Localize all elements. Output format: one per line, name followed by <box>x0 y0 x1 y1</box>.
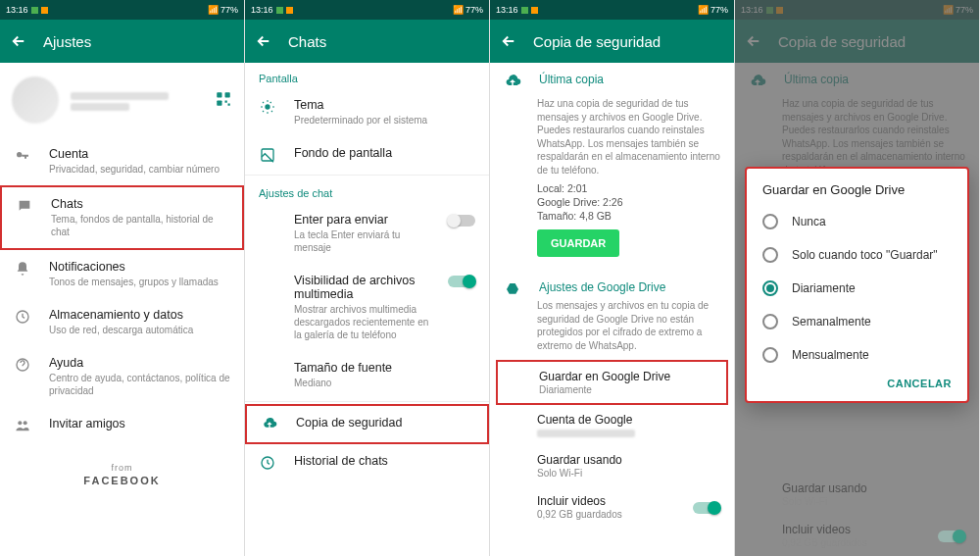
stat-local: Local: 2:01 <box>537 182 720 194</box>
svg-point-9 <box>265 104 270 109</box>
option-semanalmente[interactable]: Semanalmente <box>747 305 967 338</box>
qr-icon[interactable] <box>215 90 232 110</box>
item-incluir-videos-bg: Incluir videos 0,92 GB guardados <box>735 515 979 556</box>
wallpaper-icon <box>259 146 276 163</box>
item-ayuda[interactable]: AyudaCentro de ayuda, contáctanos, polít… <box>0 346 244 407</box>
item-incluir-videos[interactable]: Incluir videos 0,92 GB guardados <box>490 486 734 528</box>
item-enter[interactable]: Enter para enviarLa tecla Enter enviará … <box>245 203 489 264</box>
item-cuenta-google[interactable]: Cuenta de Google <box>490 405 734 445</box>
from-label: from <box>0 463 244 473</box>
app-header: Ajustes <box>0 20 244 63</box>
svg-rect-0 <box>217 92 221 97</box>
back-icon[interactable] <box>10 32 27 50</box>
backup-description: Haz una copia de seguridad de tus mensaj… <box>537 97 720 177</box>
svg-rect-2 <box>217 101 221 106</box>
item-historial[interactable]: Historial de chats <box>245 444 489 480</box>
header-title: Ajustes <box>43 33 91 50</box>
cloud-upload-icon <box>261 416 278 432</box>
item-tema[interactable]: TemaPredeterminado por el sistema <box>245 88 489 136</box>
item-media-visibility[interactable]: Visibilidad de archivos multimediaMostra… <box>245 264 489 351</box>
stat-size: Tamaño: 4,8 GB <box>537 210 720 222</box>
app-header: Chats <box>245 20 489 63</box>
gd-description: Los mensajes y archivos en tu copia de s… <box>537 299 720 352</box>
help-icon <box>14 356 31 373</box>
item-invitar[interactable]: Invitar amigos <box>0 407 244 443</box>
item-fondo[interactable]: Fondo de pantalla <box>245 136 489 173</box>
guardar-button[interactable]: GUARDAR <box>537 229 619 257</box>
cloud-upload-icon <box>504 73 521 91</box>
chat-icon <box>16 197 33 214</box>
option-diariamente[interactable]: Diariamente <box>747 272 967 305</box>
history-icon <box>259 454 276 471</box>
people-icon <box>14 417 31 433</box>
radio-icon <box>762 347 778 363</box>
screen-ajustes: 13:16 📶77% Ajustes CuentaPrivacidad, seg… <box>0 0 245 556</box>
option-solo-guardar[interactable]: Solo cuando toco "Guardar" <box>747 238 967 272</box>
radio-icon <box>762 314 778 329</box>
item-guardar-usando-bg: Guardar usando Solo Wi-Fi <box>735 474 979 515</box>
status-bar: 13:16 📶77% <box>245 0 489 20</box>
option-nunca[interactable]: Nunca <box>747 205 967 238</box>
bell-icon <box>14 260 31 277</box>
item-guardar-gdrive[interactable]: Guardar en Google Drive Diariamente <box>496 360 728 405</box>
svg-rect-4 <box>228 104 230 106</box>
key-icon <box>14 147 31 164</box>
drive-icon <box>504 280 521 297</box>
item-chats[interactable]: ChatsTema, fondos de pantalla, historial… <box>0 185 244 250</box>
item-notificaciones[interactable]: NotificacionesTonos de mensajes, grupos … <box>0 250 244 298</box>
toggle-enter[interactable] <box>448 215 475 227</box>
gd-settings-label: Ajustes de Google Drive <box>539 280 720 294</box>
header-title: Copia de seguridad <box>533 33 661 50</box>
item-copia-seguridad[interactable]: Copia de seguridad <box>245 404 489 444</box>
item-almacenamiento[interactable]: Almacenamiento y datosUso de red, descar… <box>0 298 244 346</box>
screen-dialog: 13:16 📶77% Copia de seguridad Última cop… <box>735 0 980 556</box>
back-icon[interactable] <box>500 32 517 50</box>
app-header: Copia de seguridad <box>490 20 734 63</box>
radio-icon <box>762 247 778 263</box>
item-guardar-usando[interactable]: Guardar usando Solo Wi-Fi <box>490 445 734 486</box>
radio-icon <box>762 214 778 229</box>
gdrive-frequency-dialog: Guardar en Google Drive Nunca Solo cuand… <box>745 167 969 403</box>
screen-chats: 13:16 📶77% Chats Pantalla TemaPredetermi… <box>245 0 490 556</box>
svg-point-7 <box>18 421 22 425</box>
item-cuenta[interactable]: CuentaPrivacidad, seguridad, cambiar núm… <box>0 137 244 185</box>
stat-gdrive: Google Drive: 2:26 <box>537 196 720 208</box>
header-title: Chats <box>288 33 326 50</box>
status-bar: 13:16 📶77% <box>0 0 244 20</box>
status-bar: 13:16 📶77% <box>490 0 734 20</box>
dialog-title: Guardar en Google Drive <box>747 182 967 205</box>
profile-row[interactable] <box>0 63 244 137</box>
item-font-size[interactable]: Tamaño de fuenteMediano <box>245 351 489 399</box>
option-mensualmente[interactable]: Mensualmente <box>747 338 967 372</box>
cancelar-button[interactable]: CANCELAR <box>887 378 952 389</box>
radio-icon <box>762 280 778 296</box>
section-ajustes-chat: Ajustes de chat <box>245 177 489 203</box>
data-icon <box>14 308 31 325</box>
toggle-videos[interactable] <box>693 502 720 514</box>
svg-rect-3 <box>225 101 227 103</box>
theme-icon <box>259 98 276 115</box>
facebook-label: FACEBOOK <box>0 475 244 486</box>
screen-copia: 13:16 📶77% Copia de seguridad Última cop… <box>490 0 735 556</box>
toggle-media[interactable] <box>448 276 475 287</box>
avatar <box>12 76 59 124</box>
svg-rect-1 <box>225 92 230 97</box>
ultima-copia-label: Última copia <box>539 73 720 86</box>
svg-point-8 <box>24 421 27 425</box>
back-icon[interactable] <box>255 32 272 50</box>
section-pantalla: Pantalla <box>245 63 489 88</box>
